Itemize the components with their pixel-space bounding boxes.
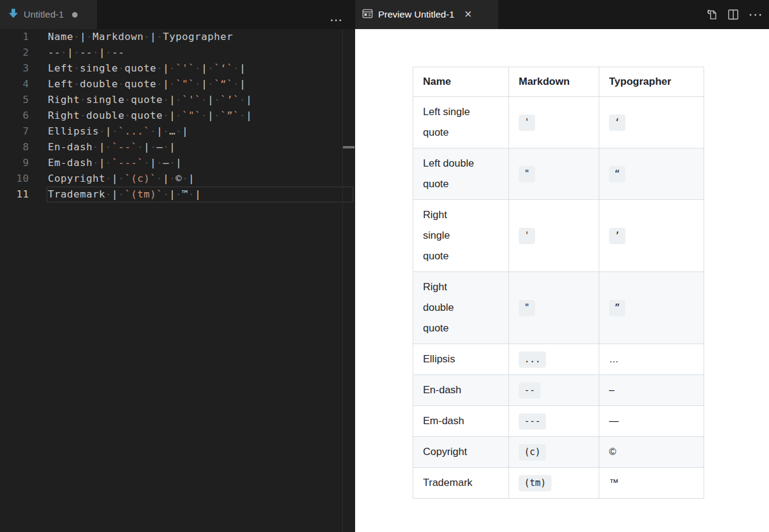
whitespace-dot: · — [105, 173, 112, 184]
text-token: | — [67, 47, 74, 58]
cell-name: En-dash — [413, 375, 509, 406]
editor-line[interactable]: 8En-dash·|·`--`·|·–·| — [0, 139, 355, 155]
whitespace-dot: · — [163, 188, 170, 200]
text-token: Em-dash — [48, 157, 93, 168]
whitespace-dot: · — [138, 141, 144, 153]
text-token: double — [86, 110, 124, 121]
more-actions-icon — [750, 14, 761, 16]
inline-code: ” — [609, 300, 625, 316]
whitespace-dot: · — [105, 141, 112, 153]
line-number[interactable]: 6 — [0, 108, 29, 124]
editor-line[interactable]: 4Left·double·quote·|·`"`·|·`“`·| — [0, 76, 355, 92]
cell-name: Em-dash — [413, 406, 509, 437]
tab-preview-untitled-1[interactable]: Preview Untitled-1 ✕ — [355, 0, 498, 29]
editor-line[interactable]: 10Copyright·|·`(c)`·|·©·| — [0, 171, 355, 187]
code-token: `'` — [182, 94, 201, 105]
whitespace-dot: · — [176, 94, 182, 105]
text-token: | — [169, 94, 176, 105]
cell-typographer: ‘ — [599, 97, 704, 148]
whitespace-dot: · — [93, 157, 99, 168]
line-number[interactable]: 1 — [0, 29, 29, 45]
whitespace-dot: · — [118, 78, 125, 90]
line-number[interactable]: 9 — [0, 155, 29, 171]
cell-typographer: … — [599, 344, 704, 375]
whitespace-dot: · — [182, 173, 188, 184]
whitespace-dot: · — [163, 110, 170, 121]
text-token: quote — [124, 62, 156, 74]
table-row: Trademark(tm)™ — [413, 468, 704, 499]
more-actions-button[interactable] — [748, 8, 762, 21]
line-number[interactable]: 10 — [0, 171, 29, 187]
editor-line[interactable]: 1Name·|·Markdown·|·Typographer — [0, 29, 355, 45]
text-token: Copyright — [48, 173, 105, 184]
modified-dot-icon — [72, 12, 78, 18]
line-content: Em-dash·|·`---`·|·—·| — [48, 155, 182, 171]
text-token: | — [150, 157, 157, 168]
table-row: Em-dash---— — [413, 406, 704, 437]
whitespace-dot: · — [201, 94, 208, 105]
text-token: Typographer — [163, 31, 233, 42]
text-token: -- — [112, 47, 124, 58]
cell-typographer: ” — [599, 272, 704, 344]
whitespace-dot: · — [86, 31, 93, 42]
whitespace-dot: · — [73, 31, 80, 42]
whitespace-dot: · — [163, 125, 170, 137]
cell-name: Right single quote — [413, 200, 509, 272]
whitespace-dot: · — [105, 157, 112, 168]
whitespace-dot: · — [156, 173, 163, 184]
line-number[interactable]: 7 — [0, 124, 29, 139]
preview-pane: Name Markdown Typographer Left single qu… — [355, 29, 769, 532]
line-content: En-dash·|·`--`·|·–·| — [48, 139, 176, 155]
whitespace-dot: · — [112, 125, 118, 137]
whitespace-dot: · — [118, 62, 125, 74]
editor-group-more-actions-button[interactable] — [329, 13, 342, 27]
editor-line[interactable]: 2--·|·--·|·-- — [0, 45, 355, 61]
editor-line[interactable]: 5Right·single·quote·|·`'`·|·`’`·| — [0, 92, 355, 108]
editor-line[interactable]: 9Em-dash·|·`---`·|·—·| — [0, 155, 355, 171]
line-number[interactable]: 11 — [0, 187, 29, 202]
show-source-button[interactable] — [705, 8, 718, 21]
close-icon[interactable]: ✕ — [464, 10, 472, 19]
typographer-glyph: — — [609, 416, 619, 426]
line-number[interactable]: 2 — [0, 45, 29, 61]
whitespace-dot: · — [105, 188, 112, 200]
code-token: `"` — [182, 110, 201, 121]
cell-name: Trademark — [413, 468, 509, 499]
typographer-glyph: ™ — [609, 477, 619, 488]
whitespace-dot: · — [73, 47, 80, 58]
split-editor-button[interactable] — [727, 8, 740, 21]
line-content: Name·|·Markdown·|·Typographer — [48, 29, 233, 45]
cell-markdown: (c) — [509, 437, 599, 468]
editor-line[interactable]: 6Right·double·quote·|·`"`·|·`”`·| — [0, 108, 355, 124]
line-number[interactable]: 3 — [0, 61, 29, 76]
inline-code: ' — [519, 228, 535, 244]
cell-typographer: – — [599, 375, 704, 406]
editor-line[interactable]: 11Trademark·|·`(tm)`·|·™·| — [0, 187, 355, 202]
editor-scrollbar[interactable] — [343, 29, 355, 532]
editor-line[interactable]: 7Ellipsis·|·`...`·|·…·| — [0, 124, 355, 139]
whitespace-dot: · — [195, 78, 201, 90]
line-content: Left·single·quote·|·`'`·|·`‘`·| — [48, 61, 246, 76]
table-header-row: Name Markdown Typographer — [413, 67, 704, 97]
whitespace-dot: · — [80, 110, 87, 121]
column-header-name: Name — [413, 67, 509, 97]
text-token: … — [169, 125, 176, 137]
line-number[interactable]: 5 — [0, 92, 29, 108]
inline-code: ‘ — [609, 115, 625, 131]
inline-code: (tm) — [519, 475, 551, 491]
text-token: | — [195, 188, 201, 200]
line-content: Right·single·quote·|·`'`·|·`’`·| — [48, 92, 252, 108]
whitespace-dot: · — [201, 110, 208, 121]
line-number[interactable]: 8 — [0, 139, 29, 155]
whitespace-dot: · — [207, 62, 214, 74]
whitespace-dot: · — [124, 94, 131, 105]
editor-line[interactable]: 3Left·single·quote·|·`'`·|·`‘`·| — [0, 61, 355, 76]
line-number[interactable]: 4 — [0, 76, 29, 92]
text-token: | — [99, 47, 105, 58]
markdown-table: Name Markdown Typographer Left single qu… — [413, 67, 704, 499]
tab-untitled-1[interactable]: Untitled-1 — [0, 0, 97, 29]
text-token: | — [156, 125, 163, 137]
text-token: | — [112, 173, 118, 184]
cell-name: Right double quote — [413, 272, 509, 344]
whitespace-dot: · — [176, 188, 182, 200]
